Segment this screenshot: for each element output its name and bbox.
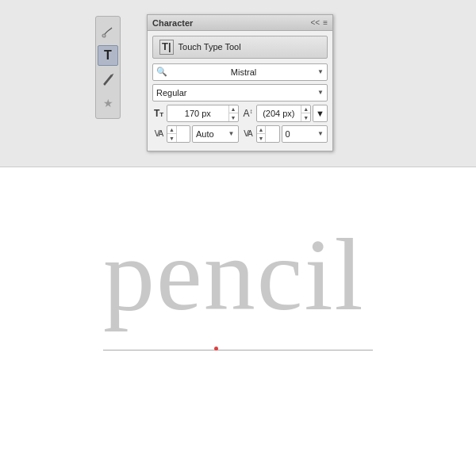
kerning-icon: VA [152,129,165,138]
tracking-spinner-btns: ▲ ▼ [257,126,267,142]
leading-icon: A↕ [242,108,255,119]
tracking-dropdown[interactable]: 0 ▼ [282,125,328,143]
panel-titlebar: Character << ≡ [148,15,332,31]
tracking-spinner[interactable]: ▲ ▼ [256,125,280,143]
panel-controls: << ≡ [310,19,328,27]
panel-body: T| Touch Type Tool 🔍 Mistral ▼ Regular ▼… [148,31,332,151]
kerning-value: Auto [196,129,214,139]
tracking-icon: VA [242,129,255,138]
type-tool[interactable]: T [98,45,118,66]
font-size-down[interactable]: ▼ [229,113,238,121]
leading-unit-arrow-icon: ▼ [316,109,324,118]
leading-up[interactable]: ▲ [301,105,310,114]
tracking-up[interactable]: ▲ [257,126,266,135]
font-size-spinner-btns: ▲ ▼ [228,105,238,121]
svg-point-0 [102,34,106,37]
kerning-tracking-row: VA ▲ ▼ Auto ▼ VA ▲ ▼ [152,125,328,143]
touch-type-icon: T| [159,40,174,55]
font-size-icon: TT [152,108,165,119]
search-icon: 🔍 [156,67,167,77]
kerning-spinner-btns: ▲ ▼ [167,126,177,142]
touch-type-label: Touch Type Tool [178,42,241,52]
font-style-value: Regular [156,88,187,98]
tracking-down[interactable]: ▼ [257,134,266,142]
kerning-up[interactable]: ▲ [167,126,176,135]
character-panel: Character << ≡ T| Touch Type Tool 🔍 Mist… [147,14,333,151]
pen-tool[interactable] [98,69,118,90]
canvas-area: pencil [0,167,476,452]
font-size-spinner[interactable]: 170 px ▲ ▼ [167,105,239,122]
tracking-arrow-icon: ▼ [317,130,324,137]
font-style-dropdown[interactable]: Regular ▼ [152,84,328,102]
leading-unit-dropdown[interactable]: ▼ [313,105,328,122]
leading-spinner[interactable]: (204 px) ▲ ▼ [256,105,312,122]
text-baseline [103,350,373,350]
canvas-text: pencil [103,215,365,334]
kerning-down[interactable]: ▼ [167,134,176,142]
font-size-group: TT 170 px ▲ ▼ [152,105,239,122]
tracking-group: VA ▲ ▼ 0 ▼ [242,125,328,143]
font-size-value: 170 px [167,109,228,118]
kerning-group: VA ▲ ▼ Auto ▼ [152,125,239,143]
leading-down[interactable]: ▼ [301,113,310,121]
font-style-arrow-icon: ▼ [317,89,324,96]
leading-spinner-btns: ▲ ▼ [301,105,310,121]
leading-group: A↕ (204 px) ▲ ▼ ▼ [242,105,328,122]
touch-type-button[interactable]: T| Touch Type Tool [152,36,328,59]
font-name-row: 🔍 Mistral ▼ [152,63,328,81]
left-toolbar: T ★ [95,16,121,119]
font-name-value: Mistral [231,67,256,77]
kerning-dropdown[interactable]: Auto ▼ [192,125,239,143]
star-icon: ★ [103,97,113,109]
baseline-anchor-dot [214,347,218,350]
panel-collapse-btn[interactable]: << [310,19,320,27]
font-name-arrow-icon: ▼ [317,68,324,75]
panel-title: Character [152,18,193,28]
panel-menu-btn[interactable]: ≡ [323,19,328,27]
leading-value: (204 px) [257,109,301,118]
tracking-value: 0 [286,129,290,139]
brush-tool[interactable] [98,21,118,42]
size-leading-row: TT 170 px ▲ ▼ A↕ (204 px) ▲ ▼ [152,105,328,122]
type-tool-icon: T [104,48,112,63]
kerning-arrow-icon: ▼ [228,130,235,137]
star-tool[interactable]: ★ [98,93,118,113]
font-name-dropdown[interactable]: 🔍 Mistral ▼ [152,63,328,81]
font-style-row: Regular ▼ [152,84,328,102]
kerning-spinner[interactable]: ▲ ▼ [167,125,190,143]
font-size-up[interactable]: ▲ [229,105,238,114]
